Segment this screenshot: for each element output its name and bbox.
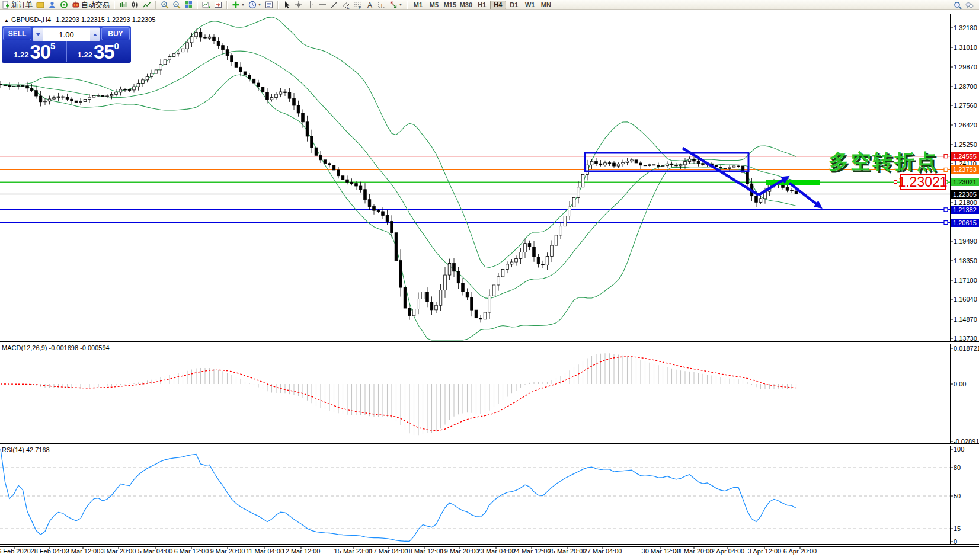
date-tick-label: 24 Mar 12:00 [513,548,551,555]
date-tick-label: 15 Mar 23:00 [334,548,373,555]
pane-separator-rsi-dates [0,544,979,547]
mt4-terminal: 新订单自动交易▼▼EFAT▼ M1M5M15M30H1H4D1W1MN ▲GBP… [0,0,979,560]
chart-canvas[interactable] [0,0,979,560]
date-tick-label: 23 Mar 04:00 [477,548,516,555]
buy-button[interactable]: BUY [101,27,130,40]
bollinger-middle [1,51,796,298]
price-level-badge: 1.22305 [951,190,979,199]
price-tick-label: 1.27560 [954,102,979,109]
price-level-badge: 1.20615 [951,219,979,227]
rsi-tick-label: 80 [954,464,979,471]
price-level-badge: 1.24555 [951,152,979,161]
volume-decrease-button[interactable] [33,28,43,41]
sell-price-big: 30 [30,43,50,61]
one-click-trading-panel: SELL BUY 1.22305 1.22350 [2,26,131,63]
buy-price-big: 35 [94,43,114,61]
date-tick-label: 18 Mar 12:00 [405,548,444,555]
date-tick-label: 17 Mar 04:00 [370,548,408,555]
date-tick-label: 6 Apr 20:00 [783,548,817,555]
sell-price-sup: 5 [50,43,55,49]
price-level-badge: 1.23753 [951,165,979,174]
sell-price[interactable]: 1.22305 [3,41,67,62]
ohlc-values: 1.22293 1.22315 1.22293 1.22305 [56,16,155,23]
buy-price[interactable]: 1.22350 [67,41,130,62]
expand-icon[interactable]: ▲ [4,18,9,23]
date-tick-label: 5 Mar 04:00 [138,548,173,555]
price-tick-label: 1.29870 [954,63,979,71]
price-tick-label: 1.31010 [954,44,979,51]
chart-header: ▲GBPUSD-,H41.22293 1.22315 1.22293 1.223… [4,16,155,23]
price-tick-label: 1.17180 [954,277,979,284]
price-tick-label: 1.14870 [954,316,979,323]
rsi-tick-label: 15 [954,525,979,532]
buy-price-sup: 0 [114,43,119,49]
rsi-tick-label: 100 [954,446,979,453]
turning-point-annotation: 多空转折点 [828,148,938,175]
date-tick-label: 2 Mar 12:00 [66,548,101,555]
rsi-tick-label: 50 [954,492,979,500]
candles [0,28,798,324]
price-tick-label: 1.13730 [954,335,979,342]
price-callout-label: 1.23021 [900,174,946,190]
date-tick-label: 6 Feb 2020 [0,548,31,555]
date-tick-label: 9 Mar 20:00 [210,548,245,555]
macd-tick-label: -0.028913 [954,438,979,445]
date-tick-label: 19 Mar 20:00 [441,548,479,555]
macd-tick-label: 0.00 [954,380,979,388]
volume-increase-button[interactable] [90,28,100,41]
pane-separator-main-macd[interactable] [0,341,979,344]
date-tick-label: 2 Apr 04:00 [711,548,744,555]
volume-input[interactable] [43,28,90,41]
bollinger-bands [1,17,796,340]
price-tick-label: 1.28700 [954,83,979,90]
volume-control [33,27,100,41]
macd-pane [1,353,796,435]
date-tick-label: 25 Mar 20:00 [548,548,587,555]
buy-price-small: 1.22 [78,49,92,61]
date-tick-label: 12 Mar 12:00 [282,548,321,555]
horizontal-lines [0,156,950,223]
price-tick-label: 1.32180 [954,24,979,31]
price-level-badge: 1.23021 [951,178,979,186]
rsi-line [1,449,796,541]
rsi-indicator-label: RSI(14) 42.7168 [2,446,50,453]
price-tick-label: 1.19490 [954,238,979,245]
price-tick-label: 1.26420 [954,121,979,129]
sell-price-small: 1.22 [14,49,28,61]
axis-frame [14,14,953,549]
macd-indicator-label: MACD(12,26,9) -0.001698 -0.000594 [2,344,110,351]
date-tick-label: 11 Mar 04:00 [246,548,284,555]
date-tick-label: 3 Apr 12:00 [748,548,781,555]
date-tick-label: 28 Feb 04:00 [31,548,69,555]
rsi-pane [0,449,950,541]
macd-signal-line [1,357,796,431]
date-tick-label: 6 Mar 12:00 [174,548,209,555]
rsi-tick-label: 0 [954,538,979,545]
macd-tick-label: 0.018721 [954,345,979,352]
price-level-badge: 1.21382 [951,206,979,214]
price-callout-anchor [894,180,897,184]
price-tick-label: 1.16040 [954,296,979,303]
pane-separator-macd-rsi[interactable] [0,443,979,446]
sell-button[interactable]: SELL [3,27,31,40]
symbol-period-label: GBPUSD-,H4 [11,16,51,23]
bollinger-lower [1,75,796,340]
price-tick-label: 1.18350 [954,257,979,264]
date-tick-label: 31 Mar 20:00 [675,548,714,555]
date-tick-label: 27 Mar 04:00 [584,548,622,555]
date-tick-label: 3 Mar 20:00 [101,548,136,555]
price-tick-label: 1.25250 [954,141,979,148]
